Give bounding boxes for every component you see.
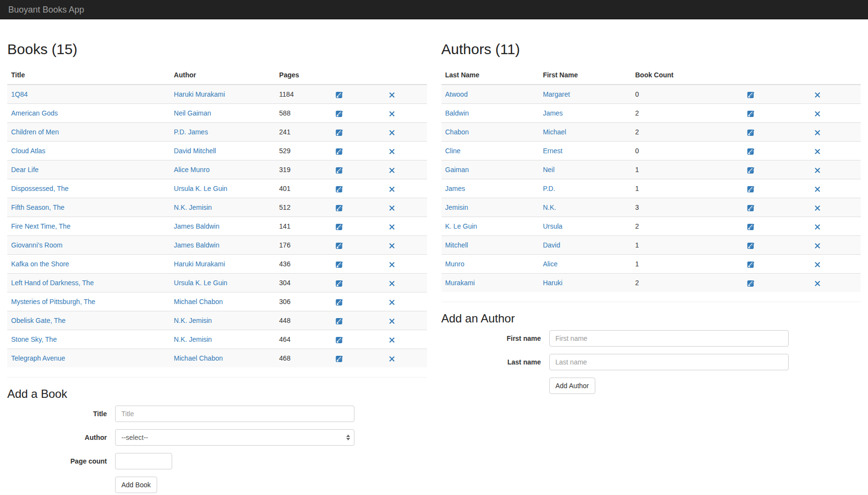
delete-book-button[interactable] (389, 204, 395, 211)
edit-book-button[interactable] (336, 317, 343, 325)
book-title-link[interactable]: Kafka on the Shore (11, 260, 69, 268)
app-brand[interactable]: Buoyant Books App (8, 5, 84, 15)
delete-book-button[interactable] (389, 355, 395, 362)
edit-author-button[interactable] (747, 242, 754, 249)
book-author-link[interactable]: Haruki Murakami (174, 260, 225, 268)
book-author-link[interactable]: David Mitchell (174, 147, 216, 155)
delete-author-button[interactable] (814, 110, 821, 117)
author-first-name-link[interactable]: Haruki (543, 279, 562, 287)
book-author-link[interactable]: Neil Gaiman (174, 109, 211, 117)
edit-book-button[interactable] (336, 91, 343, 99)
book-author-link[interactable]: Michael Chabon (174, 354, 223, 362)
edit-book-button[interactable] (336, 185, 343, 193)
book-title-link[interactable]: Mysteries of Pittsburgh, The (11, 298, 95, 306)
author-first-name-link[interactable]: P.D. (543, 185, 555, 192)
book-title-link[interactable]: Left Hand of Darkness, The (11, 279, 94, 287)
author-last-name-link[interactable]: Chabon (445, 128, 469, 136)
book-title-link[interactable]: Telegraph Avenue (11, 354, 65, 362)
author-last-name-link[interactable]: Cline (445, 147, 461, 155)
delete-author-button[interactable] (814, 261, 821, 268)
book-title-link[interactable]: Dear Life (11, 166, 39, 174)
delete-book-button[interactable] (389, 129, 395, 136)
edit-author-button[interactable] (747, 204, 754, 212)
edit-author-button[interactable] (747, 147, 754, 155)
edit-author-button[interactable] (747, 279, 754, 287)
book-author-link[interactable]: N.K. Jemisin (174, 335, 212, 343)
author-last-name-link[interactable]: K. Le Guin (445, 222, 477, 230)
book-title-link[interactable]: Cloud Atlas (11, 147, 45, 155)
edit-book-button[interactable] (336, 204, 343, 212)
add-book-button[interactable]: Add Book (115, 477, 157, 493)
delete-author-button[interactable] (814, 91, 821, 98)
book-title-link[interactable]: Children of Men (11, 128, 59, 136)
book-title-input[interactable] (115, 406, 354, 422)
delete-book-button[interactable] (389, 298, 395, 306)
author-first-name-link[interactable]: James (543, 109, 563, 117)
book-title-link[interactable]: Fire Next Time, The (11, 222, 71, 230)
edit-book-button[interactable] (336, 147, 343, 155)
book-author-link[interactable]: Haruki Murakami (174, 90, 225, 98)
author-last-name-link[interactable]: Murakami (445, 279, 475, 287)
book-author-link[interactable]: Ursula K. Le Guin (174, 185, 228, 192)
delete-author-button[interactable] (814, 279, 821, 287)
book-author-link[interactable]: Ursula K. Le Guin (174, 279, 228, 287)
edit-author-button[interactable] (747, 185, 754, 193)
edit-book-button[interactable] (336, 223, 343, 231)
edit-book-button[interactable] (336, 129, 343, 136)
delete-book-button[interactable] (389, 317, 395, 324)
edit-book-button[interactable] (336, 355, 343, 363)
book-author-link[interactable]: Michael Chabon (174, 298, 223, 306)
book-author-link[interactable]: James Baldwin (174, 222, 220, 230)
book-page-count-input[interactable] (115, 453, 172, 469)
delete-author-button[interactable] (814, 166, 821, 174)
book-title-link[interactable]: American Gods (11, 109, 58, 117)
delete-book-button[interactable] (389, 223, 395, 230)
edit-author-button[interactable] (747, 110, 754, 117)
author-first-name-link[interactable]: N.K. (543, 204, 556, 211)
author-first-name-link[interactable]: Ursula (543, 222, 562, 230)
delete-book-button[interactable] (389, 242, 395, 249)
delete-book-button[interactable] (389, 110, 395, 117)
edit-book-button[interactable] (336, 298, 343, 306)
delete-author-button[interactable] (814, 185, 821, 192)
book-title-link[interactable]: Stone Sky, The (11, 335, 57, 343)
delete-author-button[interactable] (814, 204, 821, 211)
delete-author-button[interactable] (814, 129, 821, 136)
book-author-link[interactable]: Alice Munro (174, 166, 210, 174)
delete-book-button[interactable] (389, 185, 395, 192)
author-first-name-input[interactable] (549, 330, 789, 347)
delete-book-button[interactable] (389, 147, 395, 155)
edit-author-button[interactable] (747, 261, 754, 268)
book-title-link[interactable]: Dispossessed, The (11, 185, 69, 192)
author-first-name-link[interactable]: Alice (543, 260, 558, 268)
delete-book-button[interactable] (389, 279, 395, 287)
edit-author-button[interactable] (747, 166, 754, 174)
author-first-name-link[interactable]: Neil (543, 166, 555, 174)
author-last-name-link[interactable]: Mitchell (445, 241, 468, 249)
book-author-link[interactable]: James Baldwin (174, 241, 220, 249)
author-first-name-link[interactable]: Ernest (543, 147, 562, 155)
edit-book-button[interactable] (336, 336, 343, 344)
author-last-name-link[interactable]: James (445, 185, 465, 192)
delete-book-button[interactable] (389, 336, 395, 343)
author-last-name-link[interactable]: Atwood (445, 90, 468, 98)
author-last-name-link[interactable]: Gaiman (445, 166, 469, 174)
delete-book-button[interactable] (389, 261, 395, 268)
author-first-name-link[interactable]: Margaret (543, 90, 570, 98)
delete-author-button[interactable] (814, 223, 821, 230)
edit-book-button[interactable] (336, 279, 343, 287)
book-author-link[interactable]: P.D. James (174, 128, 208, 136)
edit-author-button[interactable] (747, 223, 754, 231)
author-last-name-link[interactable]: Jemisin (445, 204, 468, 211)
delete-author-button[interactable] (814, 242, 821, 249)
book-title-link[interactable]: Obelisk Gate, The (11, 317, 66, 324)
add-author-button[interactable]: Add Author (549, 378, 595, 394)
delete-author-button[interactable] (814, 147, 821, 155)
author-last-name-link[interactable]: Munro (445, 260, 465, 268)
edit-book-button[interactable] (336, 242, 343, 249)
author-last-name-input[interactable] (549, 354, 789, 370)
edit-book-button[interactable] (336, 261, 343, 268)
author-last-name-link[interactable]: Baldwin (445, 109, 469, 117)
book-title-link[interactable]: 1Q84 (11, 90, 28, 98)
delete-book-button[interactable] (389, 166, 395, 174)
